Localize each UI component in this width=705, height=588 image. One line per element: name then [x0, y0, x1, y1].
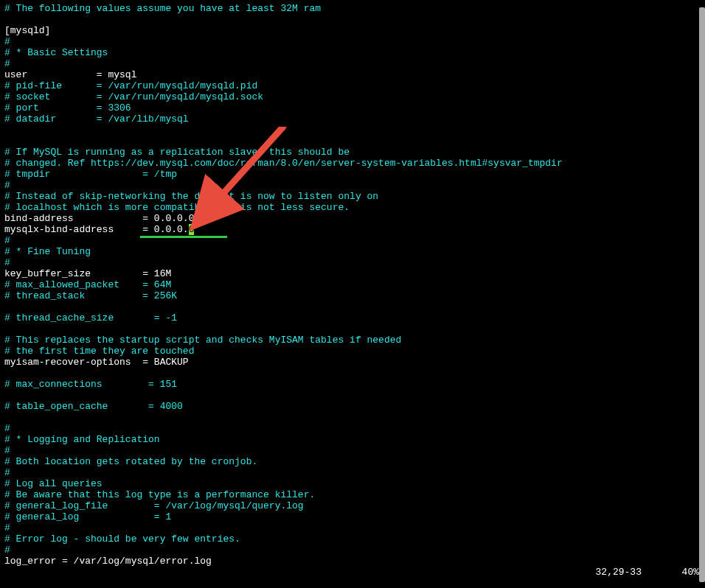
editor-line[interactable]: # tmpdir = /tmp: [4, 169, 701, 180]
editor-line[interactable]: # * Basic Settings: [4, 47, 701, 58]
editor-line[interactable]: #: [4, 235, 701, 246]
editor-line[interactable]: # datadir = /var/lib/mysql: [4, 113, 701, 125]
file-percent: 40%: [682, 567, 699, 578]
editor-line[interactable]: log_error = /var/log/mysql/error.log: [4, 556, 701, 567]
editor-line[interactable]: #: [4, 423, 701, 434]
editor-line[interactable]: # the first time they are touched: [4, 346, 701, 357]
editor-content[interactable]: # The following values assume you have a…: [4, 3, 701, 567]
editor-line[interactable]: # max_allowed_packet = 64M: [4, 279, 701, 290]
editor-line[interactable]: # general_log = 1: [4, 511, 701, 522]
editor-line[interactable]: #: [4, 522, 701, 533]
editor-line[interactable]: #: [4, 257, 701, 268]
editor-line[interactable]: #: [4, 545, 701, 556]
editor-line[interactable]: [4, 412, 701, 423]
editor-line[interactable]: # port = 3306: [4, 102, 701, 113]
editor-line[interactable]: # thread_stack = 256K: [4, 290, 701, 301]
editor-line[interactable]: # This replaces the startup script and c…: [4, 335, 701, 346]
editor-line[interactable]: # localhost which is more compatible and…: [4, 202, 701, 213]
editor-line[interactable]: [4, 14, 701, 25]
editor-line[interactable]: #: [4, 467, 701, 478]
editor-line[interactable]: #: [4, 58, 701, 69]
cursor-position: 32,29-33: [596, 567, 642, 578]
editor-line[interactable]: #: [4, 36, 701, 47]
editor-line[interactable]: # Instead of skip-networking the default…: [4, 191, 701, 202]
editor-line[interactable]: key_buffer_size = 16M: [4, 268, 701, 279]
editor-line[interactable]: [4, 125, 701, 136]
editor-line[interactable]: # The following values assume you have a…: [4, 3, 701, 14]
editor-line[interactable]: # * Fine Tuning: [4, 246, 701, 257]
scrollbar[interactable]: [699, 0, 705, 588]
editor-line[interactable]: # general_log_file = /var/log/mysql/quer…: [4, 500, 701, 511]
editor-line[interactable]: myisam-recover-options = BACKUP: [4, 357, 701, 368]
editor-line[interactable]: mysqlx-bind-address = 0.0.0.0: [4, 224, 701, 235]
editor-line[interactable]: [4, 301, 701, 312]
editor-line[interactable]: # Error log - should be very few entries…: [4, 533, 701, 545]
editor-line[interactable]: # socket = /var/run/mysqld/mysqld.sock: [4, 91, 701, 102]
editor-line[interactable]: bind-address = 0.0.0.0: [4, 213, 701, 224]
editor-line[interactable]: # Both location gets rotated by the cron…: [4, 456, 701, 467]
editor-line[interactable]: # * Logging and Replication: [4, 434, 701, 445]
text-cursor: 0: [189, 224, 195, 235]
editor-line[interactable]: # table_open_cache = 4000: [4, 401, 701, 412]
editor-line[interactable]: # pid-file = /var/run/mysqld/mysqld.pid: [4, 80, 701, 91]
editor-line[interactable]: [4, 136, 701, 147]
editor-line[interactable]: [4, 368, 701, 379]
vim-status-bar: 32,29-33 40%: [596, 567, 699, 578]
editor-line[interactable]: user = mysql: [4, 69, 701, 80]
editor-line[interactable]: [4, 323, 701, 335]
editor-line[interactable]: # Log all queries: [4, 478, 701, 489]
editor-line[interactable]: # changed. Ref https://dev.mysql.com/doc…: [4, 158, 701, 169]
editor-line[interactable]: #: [4, 180, 701, 191]
editor-line[interactable]: [4, 390, 701, 401]
editor-line[interactable]: # If MySQL is running as a replication s…: [4, 147, 701, 158]
editor-line[interactable]: [mysqld]: [4, 25, 701, 36]
scrollbar-thumb[interactable]: [699, 7, 705, 582]
editor-line[interactable]: # max_connections = 151: [4, 379, 701, 390]
editor-line[interactable]: #: [4, 445, 701, 456]
editor-line[interactable]: # Be aware that this log type is a perfo…: [4, 489, 701, 500]
editor-line[interactable]: # thread_cache_size = -1: [4, 312, 701, 323]
